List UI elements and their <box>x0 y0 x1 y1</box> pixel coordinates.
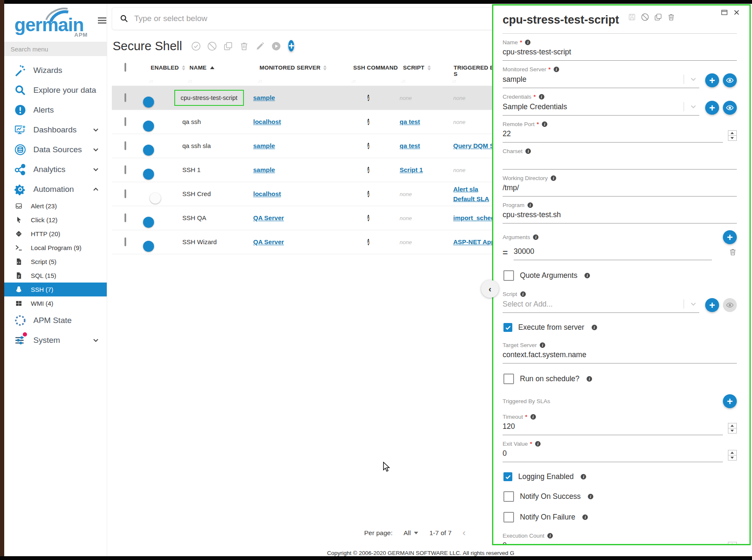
field-value[interactable]: Select or Add... <box>503 300 684 309</box>
sidebar-item-sql[interactable]: SQL (15) <box>4 269 107 283</box>
ssh-command-info-icon[interactable]: i <box>368 119 369 125</box>
sidebar-item-data-sources[interactable]: Data Sources <box>4 140 107 159</box>
field-value[interactable]: 0 <box>503 449 723 458</box>
copy-button[interactable] <box>223 41 233 51</box>
checkbox[interactable] <box>503 491 514 502</box>
row-checkbox[interactable] <box>124 117 126 126</box>
number-stepper[interactable] <box>728 423 737 433</box>
sidebar-item-ssh[interactable]: SSH (7) <box>4 283 107 296</box>
info-icon[interactable]: i <box>530 414 536 420</box>
add-button[interactable]: + <box>705 101 719 115</box>
panel-argument-row[interactable]: =30000 <box>503 245 737 260</box>
checkbox[interactable] <box>503 472 512 481</box>
column-resize-grip[interactable]: .:: <box>188 79 192 83</box>
hamburger-menu-icon[interactable] <box>98 17 106 24</box>
panel-field-run-on-schedule[interactable]: Run on schedule?i <box>503 374 737 384</box>
script-link[interactable]: qa test <box>400 141 420 151</box>
field-value[interactable]: 120 <box>503 422 723 431</box>
checkbox[interactable] <box>503 270 514 281</box>
sidebar-item-script[interactable]: Script (5) <box>4 255 107 269</box>
delete-button[interactable] <box>239 41 249 51</box>
sidebar-item-http[interactable]: HTTP (20) <box>4 227 107 241</box>
info-icon[interactable]: i <box>525 40 530 45</box>
ssh-command-info-icon[interactable]: i <box>368 215 369 221</box>
select-chevron[interactable] <box>684 299 699 309</box>
view-button[interactable] <box>723 101 737 115</box>
info-icon[interactable]: i <box>582 514 588 520</box>
sidebar-item-explore-your-data[interactable]: Explore your data <box>4 80 107 100</box>
panel-field-quote-arguments[interactable]: Quote Argumentsi <box>503 270 737 281</box>
column-header-script[interactable]: SCRIPT <box>403 65 431 71</box>
row-checkbox[interactable] <box>124 213 126 222</box>
panel-collapse-button[interactable]: ‹ <box>481 280 499 298</box>
info-icon[interactable]: i <box>542 121 547 127</box>
script-link[interactable]: qa test <box>400 117 420 127</box>
info-icon[interactable]: i <box>581 474 586 479</box>
info-icon[interactable]: i <box>588 494 593 499</box>
field-value[interactable]: 22 <box>503 129 723 138</box>
number-stepper[interactable] <box>728 130 737 141</box>
main-search-input[interactable] <box>133 13 495 24</box>
column-resize-grip[interactable]: .:: <box>258 79 262 83</box>
table-row-ssh-cred[interactable]: SSH CredlocalhostinoneAlert slaDefault S… <box>112 182 498 206</box>
previous-page-button[interactable]: ‹ <box>463 528 465 538</box>
view-button[interactable] <box>723 73 737 87</box>
checkbox[interactable] <box>503 512 514 522</box>
sidebar-item-analytics[interactable]: Analytics <box>4 159 107 179</box>
column-resize-grip[interactable]: .:: <box>352 79 356 83</box>
script-link[interactable]: Script 1 <box>400 165 423 175</box>
sidebar-item-automation[interactable]: Automation <box>4 179 107 199</box>
sidebar-search[interactable] <box>4 42 107 56</box>
row-checkbox[interactable] <box>124 165 126 174</box>
per-page-select[interactable]: All <box>403 529 418 537</box>
sidebar-item-apm-state[interactable]: APM State <box>4 310 107 330</box>
monitored-server-link[interactable]: QA Server <box>253 213 284 223</box>
add-button[interactable]: + <box>723 394 737 408</box>
column-header-ssh-command[interactable]: SSH COMMAND <box>353 65 398 71</box>
table-row-qa-ssh-sla[interactable]: qa ssh slasampleiqa testQuery DQM SLA <box>112 134 498 158</box>
ssh-command-info-icon[interactable]: i <box>368 191 369 197</box>
monitored-server-link[interactable]: sample <box>253 93 275 102</box>
copy-icon[interactable] <box>654 13 662 23</box>
number-stepper[interactable] <box>728 450 737 460</box>
field-value[interactable]: /tmp/ <box>503 183 737 192</box>
edit-button[interactable] <box>255 41 265 51</box>
field-value[interactable]: Sample Credentials <box>503 102 684 111</box>
sidebar-item-system[interactable]: System <box>4 330 107 350</box>
panel-field-notify-on-success[interactable]: Notify On Successi <box>503 491 737 502</box>
main-search-bar[interactable] <box>112 7 496 30</box>
panel-field-notify-on-failure[interactable]: Notify On Failurei <box>503 512 737 522</box>
add-button[interactable]: + <box>288 40 302 53</box>
delete-icon[interactable] <box>667 13 675 23</box>
ssh-command-info-icon[interactable]: i <box>368 95 369 101</box>
sidebar-item-wizards[interactable]: Wizards <box>4 60 107 80</box>
number-stepper[interactable] <box>728 542 737 545</box>
column-header-monitored-server[interactable]: MONITORED SERVER <box>260 65 327 71</box>
view-button-disabled[interactable] <box>723 298 737 312</box>
sidebar-item-alert[interactable]: Alert (23) <box>4 199 107 213</box>
column-header-enabled[interactable]: ENABLED <box>151 65 185 71</box>
maximize-icon[interactable] <box>721 9 728 18</box>
row-checkbox[interactable] <box>124 93 126 102</box>
row-checkbox[interactable] <box>124 189 126 198</box>
info-icon[interactable]: i <box>539 94 544 100</box>
add-button[interactable]: + <box>723 230 737 244</box>
select-chevron[interactable] <box>684 75 699 84</box>
table-row-ssh-1[interactable]: SSH 1sampleiScript 1none <box>112 158 498 182</box>
sidebar-item-wmi[interactable]: WMI (4) <box>4 296 107 310</box>
column-header-name[interactable]: NAME <box>189 65 214 71</box>
info-icon[interactable]: i <box>584 273 590 278</box>
monitored-server-link[interactable]: localhost <box>253 189 281 199</box>
ssh-command-info-icon[interactable]: i <box>368 143 369 149</box>
disable-icon[interactable] <box>641 13 649 23</box>
row-checkbox[interactable] <box>124 237 126 246</box>
table-row-ssh-wizard[interactable]: SSH WizardQA ServerinoneASP-NET Applic <box>112 230 498 254</box>
field-value[interactable]: 0 <box>503 541 723 545</box>
panel-field-execute-from-server[interactable]: Execute from serveri <box>503 323 737 332</box>
info-icon[interactable]: i <box>551 175 556 181</box>
monitored-server-link[interactable]: sample <box>253 141 275 151</box>
info-icon[interactable]: i <box>540 342 545 348</box>
info-icon[interactable]: i <box>554 67 559 72</box>
close-icon[interactable] <box>733 9 740 18</box>
field-value[interactable] <box>503 156 737 165</box>
